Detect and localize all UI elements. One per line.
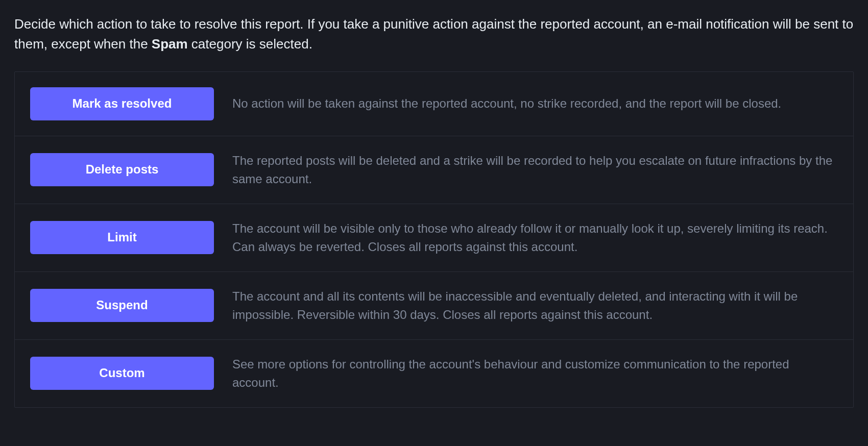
actions-list: Mark as resolved No action will be taken… <box>14 71 854 408</box>
suspend-button[interactable]: Suspend <box>30 289 214 322</box>
custom-button[interactable]: Custom <box>30 357 214 390</box>
custom-description: See more options for controlling the acc… <box>232 355 838 392</box>
limit-description: The account will be visible only to thos… <box>232 219 838 256</box>
mark-as-resolved-button[interactable]: Mark as resolved <box>30 87 214 120</box>
delete-posts-button[interactable]: Delete posts <box>30 153 214 186</box>
intro-bold: Spam <box>152 36 188 52</box>
limit-button[interactable]: Limit <box>30 221 214 254</box>
action-row-delete-posts: Delete posts The reported posts will be … <box>15 136 853 204</box>
report-actions-panel: Decide which action to take to resolve t… <box>0 0 868 428</box>
action-row-resolve: Mark as resolved No action will be taken… <box>15 72 853 136</box>
intro-prefix: Decide which action to take to resolve t… <box>14 16 853 52</box>
suspend-description: The account and all its contents will be… <box>232 287 838 324</box>
action-row-custom: Custom See more options for controlling … <box>15 340 853 407</box>
intro-text: Decide which action to take to resolve t… <box>14 14 854 54</box>
action-row-suspend: Suspend The account and all its contents… <box>15 272 853 340</box>
intro-suffix: category is selected. <box>188 36 312 52</box>
mark-as-resolved-description: No action will be taken against the repo… <box>232 94 838 113</box>
delete-posts-description: The reported posts will be deleted and a… <box>232 152 838 188</box>
action-row-limit: Limit The account will be visible only t… <box>15 204 853 272</box>
